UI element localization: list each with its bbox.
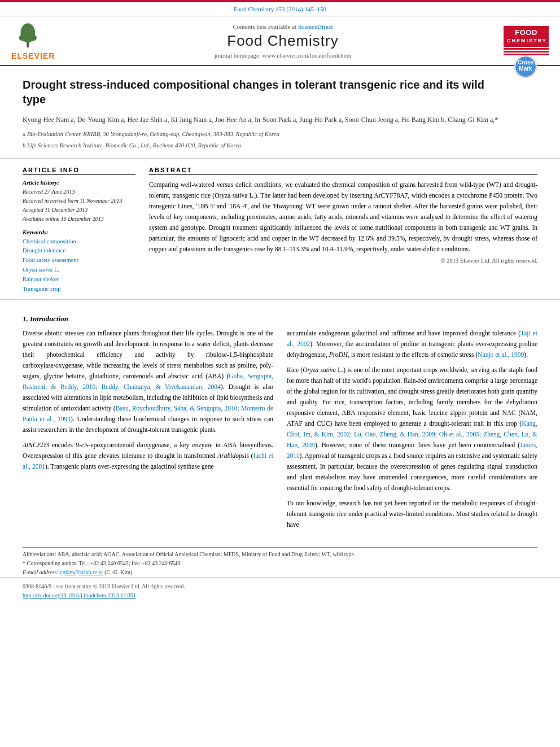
ref-james[interactable]: James, 2011 bbox=[287, 442, 537, 459]
intro-two-col: Diverse abiotic stresses can influence p… bbox=[23, 328, 537, 534]
journal-bar: Food Chemistry 153 (2014) 145–150 bbox=[0, 2, 560, 16]
footnotes-area: Abbreviations: ABA, abscisic acid; AOAC,… bbox=[23, 547, 537, 577]
header-center: Contents lists available at ScienceDirec… bbox=[73, 23, 492, 59]
intro-right-col: accumulate endogenous galactinol and raf… bbox=[287, 328, 537, 534]
svg-point-2 bbox=[19, 34, 27, 41]
article-info-abstract-section: ARTICLE INFO Article history: Received 2… bbox=[0, 159, 560, 300]
abstract-col: ABSTRACT Comparing well-watered versus d… bbox=[149, 167, 537, 294]
article-info-heading: ARTICLE INFO bbox=[23, 167, 135, 175]
ref-nanjo[interactable]: Nanjo et al., 1999 bbox=[478, 351, 524, 358]
intro-right-para1: accumulate endogenous galactinol and raf… bbox=[287, 328, 537, 360]
svg-text:Mark: Mark bbox=[519, 65, 532, 72]
intro-para1: Diverse abiotic stresses can influence p… bbox=[23, 328, 273, 435]
elsevier-text: ELSEVIER bbox=[11, 51, 62, 60]
intro-right-para2: Rice (Oryza sativa L.) is one of the mos… bbox=[287, 365, 537, 493]
footer-doi-link[interactable]: http://dx.doi.org/10.1016/j.foodchem.201… bbox=[23, 592, 136, 599]
body-content: 1. Introduction Diverse abiotic stresses… bbox=[0, 300, 560, 543]
affiliation-a: a Bio-Evaluation Center, KRIBB, 30 Yeong… bbox=[23, 130, 537, 139]
article-history: Article history: Received 27 June 2013 R… bbox=[23, 180, 135, 224]
abbreviations-note: Abbreviations: ABA, abscisic acid; AOAC,… bbox=[23, 550, 537, 559]
intro-section-title: 1. Introduction bbox=[23, 314, 537, 324]
homepage-line: journal homepage: www.elsevier.com/locat… bbox=[73, 52, 492, 59]
badge-box: FOOD CHEMISTRY bbox=[504, 26, 549, 47]
intro-right-para3: To our knowledge, research has not yet b… bbox=[287, 498, 537, 530]
sciencedirect-link[interactable]: ScienceDirect bbox=[298, 23, 333, 30]
keyword-1: Chemical composition bbox=[23, 237, 135, 247]
email-link[interactable]: cgkim@kribb.re.kr bbox=[60, 569, 103, 575]
keyword-4: Oryza sativa L. bbox=[23, 265, 135, 275]
keyword-2: Drought tolerance bbox=[23, 246, 135, 256]
abstract-heading: ABSTRACT bbox=[149, 167, 537, 175]
journal-header: ELSEVIER Contents lists available at Sci… bbox=[0, 16, 560, 66]
corresponding-note: * Corresponding author. Tel.: +82 43 240… bbox=[23, 559, 537, 568]
footer-issn: 0308-8146/$ - see front matter © 2013 El… bbox=[23, 582, 537, 591]
available-date: Available online 16 December 2013 bbox=[23, 216, 104, 222]
email-note: E-mail address: cgkim@kribb.re.kr (C.-G.… bbox=[23, 568, 537, 577]
svg-text:Cross: Cross bbox=[518, 59, 534, 65]
article-title: Drought stress-induced compositional cha… bbox=[23, 77, 537, 107]
keywords-label: Keywords: bbox=[23, 229, 135, 235]
footnotes-wrapper: Abbreviations: ABA, abscisic acid; AOAC,… bbox=[0, 547, 560, 577]
accepted-date: Accepted 10 December 2013 bbox=[23, 207, 88, 213]
sciencedirect-line: Contents lists available at ScienceDirec… bbox=[73, 23, 492, 30]
history-label: Article history: bbox=[23, 180, 135, 186]
svg-point-3 bbox=[29, 34, 37, 41]
abstract-text: Comparing well-watered versus deficit co… bbox=[149, 180, 537, 255]
ref-basu[interactable]: Basu, Roychoudhury, Saha, & Sengupta, 20… bbox=[23, 405, 273, 422]
revised-date: Received in revised form 11 November 201… bbox=[23, 198, 123, 204]
article-info-col: ARTICLE INFO Article history: Received 2… bbox=[23, 167, 135, 294]
keyword-3: Food safety assessment bbox=[23, 256, 135, 265]
received-date: Received 27 June 2013 bbox=[23, 189, 75, 195]
food-chemistry-badge: FOOD CHEMISTRY bbox=[504, 26, 549, 55]
affiliation-b: b Life Sciences Research Institute, Biom… bbox=[23, 141, 537, 150]
copyright-line: © 2013 Elsevier Ltd. All rights reserved… bbox=[149, 257, 537, 264]
keyword-5: Rainout shelter bbox=[23, 275, 135, 285]
journal-title: Food Chemistry bbox=[73, 32, 492, 50]
intro-left-col: Diverse abiotic stresses can influence p… bbox=[23, 328, 273, 534]
article-header: Cross Mark Drought stress-induced compos… bbox=[0, 66, 560, 159]
intro-para2: AtNCED3 encodes 9-cis-epoxycarotenoid di… bbox=[23, 440, 273, 472]
crossmark-icon: Cross Mark bbox=[514, 55, 537, 78]
elsevier-logo: ELSEVIER bbox=[11, 21, 62, 60]
crossmark-area: Cross Mark bbox=[514, 55, 537, 81]
journal-ref: Food Chemistry 153 (2014) 145–150 bbox=[234, 6, 326, 12]
page-footer: 0308-8146/$ - see front matter © 2013 El… bbox=[0, 577, 560, 603]
keyword-6: Transgenic crop bbox=[23, 285, 135, 294]
ref-guha[interactable]: Guha, Sengupta, Rasineni, & Reddy, 2010;… bbox=[23, 373, 273, 390]
authors-line: Kyong-Hee Nam a, Do-Young Kim a, Hee Jae… bbox=[23, 115, 537, 125]
ref-kang[interactable]: Kang, Choi, Im, & Kim, 2002; Lu, Gao, Zh… bbox=[287, 420, 537, 448]
ref-taji[interactable]: Taji et al., 2002 bbox=[287, 330, 537, 347]
keywords-section: Keywords: Chemical composition Drought t… bbox=[23, 229, 135, 294]
